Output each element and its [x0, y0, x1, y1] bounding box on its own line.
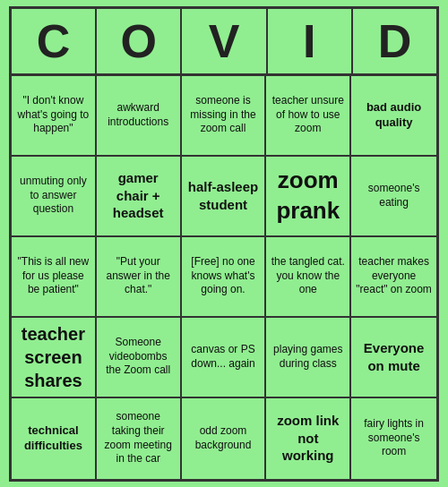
bingo-cell: "This is all new for us please be patien… — [12, 237, 97, 318]
bingo-cell: bad audio quality — [351, 76, 436, 157]
bingo-cell: zoom link not working — [266, 398, 351, 479]
bingo-cell: Everyone on mute — [351, 318, 436, 398]
header-letter: D — [353, 9, 436, 73]
bingo-cell: canvas or PS down... again — [182, 318, 267, 398]
bingo-cell: teacher makes everyone "react" on zoom — [351, 237, 436, 318]
bingo-cell: odd zoom background — [182, 398, 267, 479]
bingo-cell: someone's eating — [351, 157, 436, 237]
bingo-cell: fairy lights in someone's room — [351, 398, 436, 479]
bingo-grid: "I don't know what's going to happen"awk… — [12, 76, 436, 479]
bingo-card: COVID "I don't know what's going to happ… — [9, 6, 439, 482]
bingo-cell: playing games during class — [266, 318, 351, 398]
bingo-cell: teacher screen shares — [12, 318, 97, 398]
bingo-cell: someone taking their zoom meeting in the… — [97, 398, 182, 479]
header-letter: O — [97, 9, 182, 73]
bingo-cell: gamer chair + headset — [97, 157, 182, 237]
bingo-cell: "Put your answer in the chat." — [97, 237, 182, 318]
bingo-cell: technical difficulties — [12, 398, 97, 479]
header-letter: V — [182, 9, 267, 73]
bingo-header: COVID — [12, 9, 436, 76]
bingo-cell: [Free] no one knows what's going on. — [182, 237, 267, 318]
bingo-cell: teacher unsure of how to use zoom — [266, 76, 351, 157]
bingo-cell: awkward introductions — [97, 76, 182, 157]
bingo-cell: someone is missing in the zoom call — [182, 76, 267, 157]
bingo-cell: "I don't know what's going to happen" — [12, 76, 97, 157]
header-letter: C — [12, 9, 97, 73]
bingo-cell: half-asleep student — [182, 157, 267, 237]
bingo-cell: unmuting only to answer question — [12, 157, 97, 237]
bingo-cell: the tangled cat. you know the one — [266, 237, 351, 318]
bingo-cell: zoom prank — [266, 157, 351, 237]
header-letter: I — [268, 9, 353, 73]
bingo-cell: Someone videobombs the Zoom call — [97, 318, 182, 398]
